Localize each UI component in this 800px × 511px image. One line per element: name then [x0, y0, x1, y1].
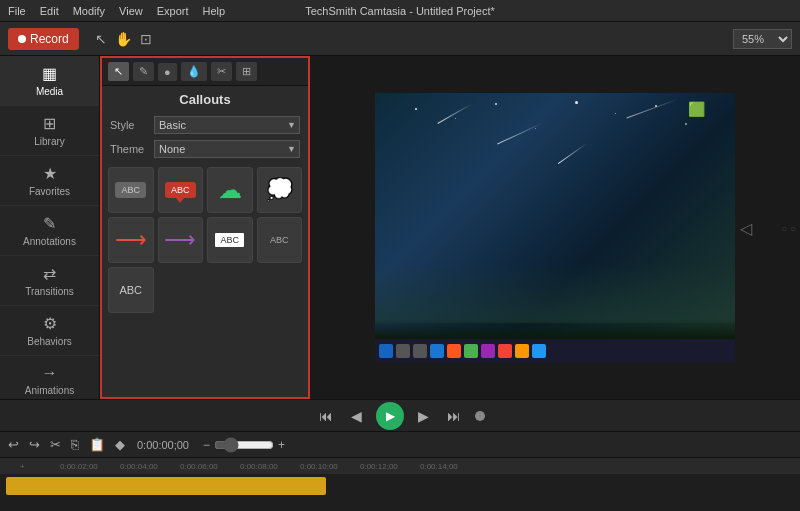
transport-dot[interactable] — [475, 411, 485, 421]
record-label: Record — [30, 32, 69, 46]
callout-red-speech[interactable]: ABC — [158, 167, 204, 213]
paste-button[interactable]: 📋 — [87, 435, 107, 454]
taskbar-search — [396, 344, 410, 358]
callout-grid: ABC ABC ☁ 💭 ⟶ ⟶ ABC — [102, 161, 308, 319]
sidebar-item-annotations-label: Annotations — [23, 236, 76, 247]
callout-arrow-purple[interactable]: ⟶ — [158, 217, 204, 263]
timeline-track-1[interactable] — [6, 477, 326, 495]
play-button[interactable]: ▶ — [376, 402, 404, 430]
sidebar-item-animations[interactable]: → Animations — [0, 356, 99, 399]
toolbar-icons: ↖ ✋ ⊡ — [93, 29, 154, 49]
record-button[interactable]: Record — [8, 28, 79, 50]
pen-tool-btn[interactable]: ✎ — [133, 62, 154, 81]
callout-thought[interactable]: 💭 — [257, 167, 303, 213]
sidebar-item-annotations[interactable]: ✎ Annotations — [0, 206, 99, 256]
star-8 — [685, 123, 687, 125]
menu-export[interactable]: Export — [157, 5, 189, 17]
favorites-icon: ★ — [43, 164, 57, 183]
zoom-in-icon[interactable]: + — [278, 438, 285, 452]
menu-modify[interactable]: Modify — [73, 5, 105, 17]
main-toolbar: Record ↖ ✋ ⊡ 55% 25% 50% 75% 100% — [0, 22, 800, 56]
cloud-shape: ☁ — [218, 178, 242, 202]
preview-canvas: 🟩 — [375, 93, 735, 363]
style-select-wrapper: Basic Advanced ▼ — [154, 116, 300, 134]
sidebar-item-favorites-label: Favorites — [29, 186, 70, 197]
rewind-button[interactable]: ⏮ — [315, 406, 337, 426]
menu-edit[interactable]: Edit — [40, 5, 59, 17]
sidebar-item-media[interactable]: ▦ Media — [0, 56, 99, 106]
taskbar-edge — [430, 344, 444, 358]
timeline-ruler: + 0:00:02;00 0:00:04;00 0:00:06;00 0:00:… — [0, 458, 800, 474]
ruler-mark-2: 0:00:04;00 — [120, 462, 158, 471]
menu-bar: File Edit Modify View Export Help TechSm… — [0, 0, 800, 22]
menu-help[interactable]: Help — [203, 5, 226, 17]
callout-cloud[interactable]: ☁ — [207, 167, 253, 213]
redo-button[interactable]: ↪ — [27, 435, 42, 454]
timeline-zoom: − + — [203, 437, 285, 453]
taskbar-windows — [379, 344, 393, 358]
sidebar-item-transitions-label: Transitions — [25, 286, 74, 297]
callouts-panel: ↖ ✎ ● 💧 ✂ ⊞ Callouts Style Basic Advance… — [100, 56, 310, 399]
callout-arrow-red[interactable]: ⟶ — [108, 217, 154, 263]
menu-view[interactable]: View — [119, 5, 143, 17]
zoom-select[interactable]: 55% 25% 50% 75% 100% — [733, 29, 792, 49]
taskbar-app3 — [481, 344, 495, 358]
theme-select[interactable]: None Custom — [154, 140, 300, 158]
meteor-1 — [437, 103, 472, 124]
sidebar-item-behaviors[interactable]: ⚙ Behaviors — [0, 306, 99, 356]
cursor-tool-btn[interactable]: ↖ — [108, 62, 129, 81]
timeline-zoom-slider[interactable] — [214, 437, 274, 453]
meteor-3 — [558, 143, 587, 164]
hand-tool-icon[interactable]: ✋ — [113, 29, 134, 49]
zoom-control: 55% 25% 50% 75% 100% — [733, 29, 792, 49]
theme-label: Theme — [110, 143, 148, 155]
panel-toolbar: ↖ ✎ ● 💧 ✂ ⊞ — [102, 58, 308, 86]
ruler-mark-3: 0:00:06;00 — [180, 462, 218, 471]
menu-file[interactable]: File — [8, 5, 26, 17]
zoom-out-icon[interactable]: − — [203, 438, 210, 452]
sidebar-item-favorites[interactable]: ★ Favorites — [0, 156, 99, 206]
crop-tool-icon[interactable]: ⊡ — [138, 29, 154, 49]
meteor-2 — [497, 122, 543, 144]
callout-plain-white[interactable]: ABC — [207, 217, 253, 263]
ruler-mark-7: 0:00:14;00 — [420, 462, 458, 471]
undo-button[interactable]: ↩ — [6, 435, 21, 454]
sidebar-item-library[interactable]: ⊞ Library — [0, 106, 99, 156]
taskbar-app6 — [532, 344, 546, 358]
timeline-tracks — [0, 474, 800, 511]
preview-nav-arrow[interactable]: ◁ — [740, 218, 752, 237]
library-icon: ⊞ — [43, 114, 56, 133]
marker-button[interactable]: ◆ — [113, 435, 127, 454]
preview-taskbar — [375, 339, 735, 363]
bridge-silhouette — [375, 319, 735, 339]
step-forward-button[interactable]: ▶ — [414, 406, 433, 426]
scissors-tool-btn[interactable]: ✂ — [211, 62, 232, 81]
droplet-tool-btn[interactable]: 💧 — [181, 62, 207, 81]
step-back-button[interactable]: ◀ — [347, 406, 366, 426]
end-button[interactable]: ⏭ — [443, 406, 465, 426]
sidebar-item-transitions[interactable]: ⇄ Transitions — [0, 256, 99, 306]
callout-rounded-rect[interactable]: ABC — [108, 167, 154, 213]
star-4 — [535, 128, 536, 129]
style-select[interactable]: Basic Advanced — [154, 116, 300, 134]
thought-shape: 💭 — [266, 179, 293, 201]
callout-plain-abc[interactable]: ABC — [108, 267, 154, 313]
taskbar-app5 — [515, 344, 529, 358]
callout-plain-dark[interactable]: ABC — [257, 217, 303, 263]
cut-button[interactable]: ✂ — [48, 435, 63, 454]
grid-tool-btn[interactable]: ⊞ — [236, 62, 257, 81]
callout-abc-label: ABC — [119, 284, 142, 296]
cloud-overlay — [375, 263, 735, 323]
panel-title: Callouts — [102, 86, 308, 113]
circle-tool-btn[interactable]: ● — [158, 63, 177, 81]
callout-plain-white-label: ABC — [215, 233, 244, 247]
taskbar-app1 — [447, 344, 461, 358]
preview-area: 🟩 ◁ ○ ○ — [310, 56, 800, 399]
taskbar-task-view — [413, 344, 427, 358]
star-5 — [575, 101, 578, 104]
ruler-mark-6: 0:00:12;00 — [360, 462, 398, 471]
preview-right-controls: ○ ○ — [781, 222, 796, 233]
menu-items: File Edit Modify View Export Help — [8, 5, 225, 17]
copy-button[interactable]: ⎘ — [69, 435, 81, 454]
cursor-tool-icon[interactable]: ↖ — [93, 29, 109, 49]
